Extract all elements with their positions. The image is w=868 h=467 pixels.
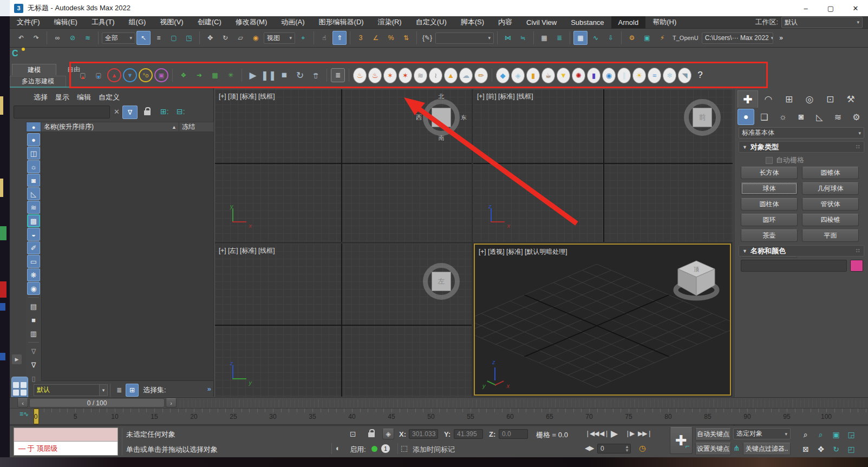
clear-search-icon[interactable]: ✕ [114,108,120,116]
viewport-front[interactable]: [+] [前] [标准] [线框] 前 z x [473,89,733,242]
display-visibility-icon[interactable]: ◉ [27,282,40,295]
preset-smoke-icon[interactable]: ≋ [414,68,427,83]
object-type-button[interactable]: 平面 [802,229,859,242]
redo-icon[interactable]: ↷ [29,31,43,45]
category-lights[interactable]: ☼ [774,109,791,125]
align-icon[interactable]: ≒ [516,31,530,45]
display-xrefs-icon[interactable]: ◒ [27,228,40,241]
time-configuration-icon[interactable]: ◷ [639,444,645,452]
key-filters-keys-icon[interactable]: ⋔ [733,444,740,452]
selection-lock-icon[interactable] [368,432,375,437]
menu-item[interactable]: Arnold [611,16,646,29]
display-geometry-icon[interactable]: ● [27,133,40,146]
absolute-mode-icon[interactable]: ◈ [382,429,394,439]
start-simulation-icon[interactable]: ▶ [246,68,260,82]
toggle-layer-explorer-icon[interactable]: ≣ [552,31,566,45]
explorer-menu-item[interactable]: 选择 [34,93,48,102]
preset-gas-burner-icon[interactable]: ♨ [368,68,382,83]
snaps-toggle-icon[interactable]: 3 [354,31,368,45]
fire-source-icon[interactable]: ▲ [107,68,121,82]
frozen-column-header[interactable]: 冻结 [179,122,213,131]
next-frame-button[interactable]: › [166,398,177,407]
toggle-ribbon-icon[interactable]: ▦ [573,31,588,45]
spinner-snap-icon[interactable]: ⇅ [399,31,413,45]
delete-cache-icon[interactable]: ▯▔ [309,68,323,82]
menu-item[interactable]: Substance [564,16,611,29]
menu-item[interactable]: 脚本(S) [454,16,491,29]
display-space-warps-icon[interactable]: ≋ [27,201,40,214]
reference-coordinate-dropdown[interactable]: 视图▾ [264,32,295,44]
object-type-button[interactable]: 圆环 [741,214,798,226]
explorer-overflow-chevron[interactable]: » [207,385,211,393]
grid-texture-icon[interactable]: ▦ [208,68,222,82]
maximize-button[interactable]: ▢ [818,0,843,16]
preset-coffee-icon[interactable]: ☕ [541,68,555,83]
object-type-button[interactable]: 球体 [741,182,798,195]
preset-ship-wake-icon[interactable]: ◥ [678,68,691,83]
set-key-button[interactable]: 设置关键点 [695,443,731,455]
expand-tree-icon[interactable]: ⊞: [160,107,169,116]
track-bar-ruler[interactable]: 0510152025303540455055606570758085909510… [10,408,868,425]
object-type-rollout[interactable]: ▼ 对象类型 ∷ [739,141,864,153]
menu-item[interactable]: 帮助(H) [645,16,683,29]
undo-icon[interactable]: ↶ [14,31,28,45]
preset-ice-icon[interactable]: ❄ [663,68,676,83]
x-coordinate-field[interactable]: 301.033 [409,429,438,439]
key-selection-dropdown[interactable]: 选定对象 ▾ [733,428,791,439]
toolbar-overflow-icon[interactable]: » [774,31,788,45]
display-groups-icon[interactable]: ▩ [27,214,40,227]
preset-sea-waves-icon[interactable]: ≈ [648,68,661,83]
menu-item[interactable]: 视图(V) [153,16,190,29]
zoom-extents-icon[interactable]: ▣ [830,428,843,441]
menu-item[interactable]: 修改器(M) [229,16,275,29]
object-type-button[interactable]: 四棱锥 [802,214,859,226]
preset-water-icon[interactable]: ◆ [496,68,510,83]
display-dependents-icon[interactable]: ▥ [27,327,40,340]
enabled-indicator[interactable] [371,446,377,452]
project-folder-dropdown[interactable]: C:\Users\··· Max 2022▾ [702,32,773,44]
select-and-link-icon[interactable]: ∞ [50,31,64,45]
tab-utilities[interactable]: ⚒ [840,90,861,108]
previous-frame-button[interactable]: ‹ [17,398,28,407]
pause-simulation-icon[interactable]: ❚❚ [262,68,276,82]
welcome-screen-icon[interactable]: ◐ [336,444,340,452]
tab-motion[interactable]: ◎ [799,90,820,108]
material-editor-icon[interactable]: ⇩ [604,31,618,45]
next-frame-icon[interactable]: ❘▶ [625,430,634,437]
category-shapes[interactable]: ❑ [756,109,773,125]
minimize-button[interactable]: – [793,0,818,16]
tab-create[interactable]: ✚ [738,90,758,108]
named-selection-sets-dropdown[interactable]: ▾ [435,32,494,44]
search-filter-icon[interactable]: ∇ [122,106,138,119]
workspace-dropdown[interactable]: 默认 ▾ [781,17,863,28]
body-force-icon[interactable]: ➔ [192,68,206,82]
viewport-left[interactable]: [+] [左] [标准] [线框] 左 z y [215,244,472,397]
zoom-all-icon[interactable]: ⌕ [814,428,827,441]
preset-candle-icon[interactable]: ▲ [444,68,458,83]
preset-iceberg-icon[interactable]: ◈ [511,68,525,83]
rendered-frame-window-icon[interactable]: ▣ [640,31,654,45]
active-layer-dropdown[interactable]: 默认 [34,384,100,396]
object-type-button[interactable]: 茶壶 [741,229,798,242]
go-to-start-icon[interactable]: ❘◀◀ [585,430,599,437]
filter-config-icon[interactable]: ∇ [27,345,40,358]
viewport-top[interactable]: [+] [顶] [标准] [线框] 北 东 南 西 y x [215,89,472,242]
display-influences-icon[interactable]: ■ [27,313,40,326]
selection-filter-dropdown[interactable]: 全部▾ [102,32,135,44]
name-color-rollout[interactable]: ▼ 名称和颜色 ∷ [739,245,864,256]
preset-waterfall-icon[interactable]: ∥ [617,68,631,83]
count-badge[interactable]: 1 [381,444,390,453]
key-filters-button[interactable]: 关键点过滤器.. [743,443,791,455]
keyboard-shortcut-override-icon[interactable]: ⇑ [332,31,347,45]
explorer-menu-item[interactable]: 编辑 [77,93,91,102]
fire-smoke-simulator-icon[interactable]: ▢▲ [76,68,90,82]
liquid-source-icon[interactable]: ▼ [123,68,137,82]
simulation-list-icon[interactable]: ≣ [331,68,345,82]
display-cameras-icon[interactable]: ◙ [27,174,40,187]
viewcube-3d[interactable]: 顶 [671,256,721,306]
particle-texture-icon[interactable]: ✳ [224,68,238,82]
object-color-swatch[interactable] [850,260,863,272]
lock-selection-icon[interactable] [144,108,151,117]
preset-ink-bottle-icon[interactable]: ▮ [587,68,601,83]
display-bones-icon[interactable]: ✐ [27,241,40,254]
